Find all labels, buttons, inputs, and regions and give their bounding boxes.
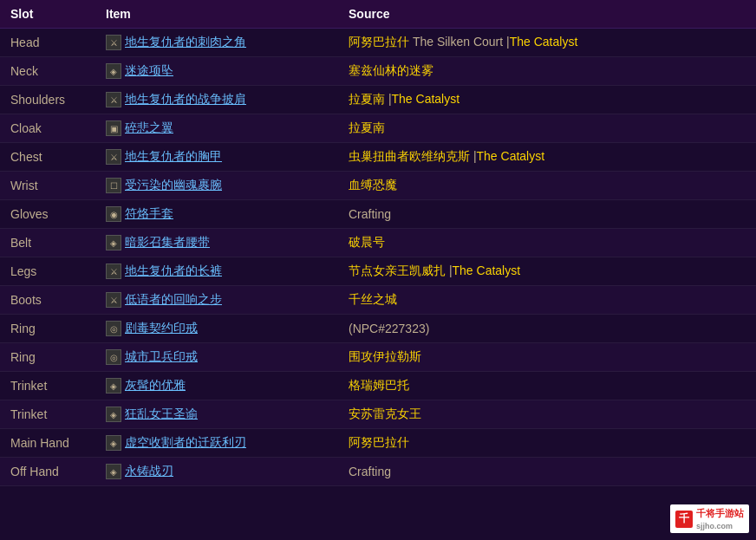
item-link[interactable]: 暗影召集者腰带 (125, 235, 210, 250)
source-cell: Crafting (338, 200, 756, 229)
item-cell[interactable]: ⚔低语者的回响之步 (95, 286, 338, 315)
item-icon: ⚔ (106, 292, 121, 308)
item-cell[interactable]: ▣碎悲之翼 (95, 114, 338, 143)
item-cell[interactable]: ◈虚空收割者的迁跃利刃 (95, 429, 338, 458)
source-text: 阿努巴拉什 (349, 435, 409, 449)
item-cell[interactable]: ⚔地生复仇者的长裤 (95, 257, 338, 286)
item-icon: ◈ (106, 378, 121, 394)
item-cell[interactable]: ◈永铸战刃 (95, 458, 338, 486)
item-icon: ◈ (106, 63, 121, 79)
table-row: Cloak▣碎悲之翼拉夏南 (0, 114, 756, 143)
source-text: (NPC#227323) (349, 322, 429, 335)
item-link[interactable]: 受污染的幽魂裹腕 (125, 178, 222, 193)
item-link[interactable]: 地生复仇者的战争披肩 (125, 92, 246, 107)
item-link[interactable]: 剧毒契约印戒 (125, 321, 198, 336)
item-link[interactable]: 灰髯的优雅 (125, 378, 186, 394)
item-cell[interactable]: ◈暗影召集者腰带 (95, 229, 338, 257)
table-row: Chest⚔地生复仇者的胸甲虫巢扭曲者欧维纳克斯 |The Catalyst (0, 143, 756, 172)
item-cell[interactable]: ⚔地生复仇者的胸甲 (95, 143, 338, 172)
watermark-text: 千将手游站sjjho.com (696, 507, 744, 530)
source-text: 围攻伊拉勒斯 (349, 349, 421, 363)
source-cell: Crafting (338, 458, 756, 486)
table-row: Belt◈暗影召集者腰带破晨号 (0, 229, 756, 257)
slot-cell: Neck (0, 57, 95, 86)
slot-cell: Head (0, 29, 95, 57)
item-icon: ◈ (106, 464, 121, 479)
source-cell: (NPC#227323) (338, 315, 756, 343)
source-text: 千丝之城 (349, 292, 397, 306)
item-cell[interactable]: ◈灰髯的优雅 (95, 372, 338, 400)
source-text: 拉夏南 (349, 120, 385, 134)
item-link[interactable]: 狂乱女王圣谕 (125, 407, 198, 422)
source-cell: 虫巢扭曲者欧维纳克斯 |The Catalyst (338, 143, 756, 172)
item-link[interactable]: 永铸战刃 (125, 464, 173, 479)
item-link[interactable]: 地生复仇者的胸甲 (125, 149, 222, 165)
source-text: 节点女亲王凯威扎 (349, 263, 446, 277)
table-row: Shoulders⚔地生复仇者的战争披肩拉夏南 |The Catalyst (0, 86, 756, 114)
item-cell[interactable]: ⚔地生复仇者的战争披肩 (95, 86, 338, 114)
slot-cell: Main Hand (0, 429, 95, 458)
source-cell: 节点女亲王凯威扎 |The Catalyst (338, 257, 756, 286)
source-cell: 拉夏南 (338, 114, 756, 143)
source-text: The Catalyst (453, 263, 521, 277)
source-cell: 血缚恐魔 (338, 172, 756, 200)
slot-cell: Ring (0, 343, 95, 372)
header-source: Source (338, 0, 756, 29)
table-row: Trinket◈灰髯的优雅格瑞姆巴托 (0, 372, 756, 400)
item-link[interactable]: 城市卫兵印戒 (125, 349, 198, 365)
item-link[interactable]: 地生复仇者的刺肉之角 (125, 35, 246, 50)
slot-cell: Shoulders (0, 86, 95, 114)
item-cell[interactable]: ◎剧毒契约印戒 (95, 315, 338, 343)
item-link[interactable]: 符烙手套 (125, 206, 173, 222)
source-text: 阿努巴拉什 (349, 35, 409, 49)
source-text: | (470, 149, 477, 163)
source-cell: 拉夏南 |The Catalyst (338, 86, 756, 114)
item-cell[interactable]: ◉符烙手套 (95, 200, 338, 229)
item-link[interactable]: 碎悲之翼 (125, 120, 173, 136)
table-row: Trinket◈狂乱女王圣谕安苏雷克女王 (0, 400, 756, 429)
source-text: 拉夏南 (349, 92, 385, 106)
item-icon: ◈ (106, 435, 121, 451)
item-link[interactable]: 虚空收割者的迁跃利刃 (125, 435, 246, 451)
item-icon: ⚔ (106, 149, 121, 165)
source-text: 格瑞姆巴托 (349, 378, 409, 392)
item-icon: ◎ (106, 321, 121, 336)
item-cell[interactable]: ◎城市卫兵印戒 (95, 343, 338, 372)
source-text: Crafting (349, 465, 391, 478)
source-cell: 安苏雷克女王 (338, 400, 756, 429)
item-icon: ⚔ (106, 35, 121, 50)
table-row: Main Hand◈虚空收割者的迁跃利刃阿努巴拉什 (0, 429, 756, 458)
item-icon: ◈ (106, 407, 121, 422)
item-cell[interactable]: ☐受污染的幽魂裹腕 (95, 172, 338, 200)
source-cell: 千丝之城 (338, 286, 756, 315)
item-icon: ⚔ (106, 263, 121, 279)
table-row: Neck◈迷途项坠塞兹仙林的迷雾 (0, 57, 756, 86)
source-text: 虫巢扭曲者欧维纳克斯 (349, 149, 470, 163)
watermark-logo: 千 (675, 511, 693, 528)
source-text: The Catalyst (392, 92, 460, 106)
item-cell[interactable]: ◈迷途项坠 (95, 57, 338, 86)
item-cell[interactable]: ⚔地生复仇者的刺肉之角 (95, 29, 338, 57)
source-text: | (446, 263, 453, 277)
item-link[interactable]: 低语者的回响之步 (125, 292, 222, 308)
source-cell: 阿努巴拉什 (338, 429, 756, 458)
source-cell: 塞兹仙林的迷雾 (338, 57, 756, 86)
table-row: Boots⚔低语者的回响之步千丝之城 (0, 286, 756, 315)
table-row: Off Hand◈永铸战刃Crafting (0, 458, 756, 486)
watermark-badge: 千 千将手游站sjjho.com (670, 504, 749, 533)
table-row: Wrist☐受污染的幽魂裹腕血缚恐魔 (0, 172, 756, 200)
slot-cell: Boots (0, 286, 95, 315)
slot-cell: Trinket (0, 372, 95, 400)
source-text: The Catalyst (477, 149, 545, 163)
item-link[interactable]: 迷途项坠 (125, 63, 173, 79)
item-icon: ⚔ (106, 92, 121, 107)
header-slot: Slot (0, 0, 95, 29)
source-text: 塞兹仙林的迷雾 (349, 63, 433, 77)
item-icon: ◈ (106, 235, 121, 250)
item-icon: ◉ (106, 206, 121, 222)
table-row: Gloves◉符烙手套Crafting (0, 200, 756, 229)
table-row: Ring◎剧毒契约印戒 (NPC#227323) (0, 315, 756, 343)
slot-cell: Ring (0, 315, 95, 343)
item-cell[interactable]: ◈狂乱女王圣谕 (95, 400, 338, 429)
item-link[interactable]: 地生复仇者的长裤 (125, 263, 222, 279)
